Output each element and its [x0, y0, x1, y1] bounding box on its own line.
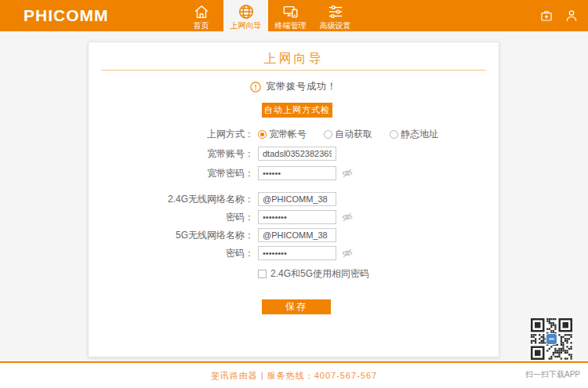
status-message: 宽带拨号成功！ [266, 80, 337, 93]
broadband-password-row: 宽带密码： [89, 166, 354, 180]
broadband-password-input[interactable] [258, 166, 336, 180]
home-icon [193, 3, 210, 20]
app-qr-block [531, 318, 572, 360]
user-icon[interactable] [564, 9, 579, 23]
wifi24-name-row: 2.4G无线网络名称： [89, 192, 336, 206]
nav-tab-home[interactable]: 首页 [179, 0, 223, 31]
radio-dhcp[interactable]: 自动获取 [324, 128, 372, 141]
wifi24-name-label: 2.4G无线网络名称： [89, 193, 258, 206]
qr-code [531, 318, 572, 360]
eye-off-icon[interactable] [341, 168, 354, 179]
radio-dot [258, 130, 267, 139]
wifi5-password-label: 密码： [89, 247, 258, 260]
eye-off-icon[interactable] [341, 212, 354, 223]
top-header: PHICOMM 首页 上网向导 [0, 0, 588, 31]
nav-tab-label: 终端管理 [275, 21, 307, 31]
header-actions [539, 0, 579, 31]
broadband-account-input[interactable] [258, 147, 336, 161]
nav-tab-wizard[interactable]: 上网向导 [223, 0, 268, 31]
mode-row: 上网方式： 宽带帐号 自动获取 静态地址 [89, 128, 456, 141]
wifi24-name-input[interactable] [258, 192, 336, 206]
wifi5-name-label: 5G无线网络名称： [89, 229, 258, 242]
account-label: 宽带账号： [89, 147, 258, 161]
nav-tab-settings[interactable]: 高级设置 [313, 0, 358, 31]
mode-radio-group: 宽带帐号 自动获取 静态地址 [258, 128, 456, 141]
nav-tab-label: 高级设置 [320, 21, 351, 31]
page-title: 上网向导 [89, 51, 499, 67]
nav-tab-label: 上网向导 [230, 21, 262, 31]
brand-logo: PHICOMM [24, 0, 109, 31]
router-admin-page: PHICOMM 首页 上网向导 [0, 0, 588, 388]
save-button[interactable]: 保存 [262, 299, 331, 314]
footer-divider [0, 361, 588, 363]
info-icon [250, 82, 261, 92]
title-divider [101, 70, 486, 71]
main-nav: 首页 上网向导 终端 [179, 0, 358, 31]
wifi5-password-input[interactable] [258, 246, 336, 260]
settings-icon [327, 3, 344, 20]
nav-tab-label: 首页 [194, 21, 209, 31]
radio-dot [324, 130, 332, 139]
radio-label: 自动获取 [335, 128, 372, 141]
mode-label: 上网方式： [89, 128, 258, 141]
wizard-card: 上网向导 宽带拨号成功！ 自动上网方式检查 上网方式： 宽带帐号 自动获取 [88, 42, 499, 357]
same-password-row: 2.4G和5G使用相同密码 [258, 267, 369, 281]
wifi5-name-input[interactable] [258, 228, 336, 242]
app-download-icon[interactable] [539, 9, 554, 23]
same-password-checkbox[interactable] [258, 270, 267, 278]
wifi5-password-row: 密码： [89, 246, 354, 260]
wifi24-password-input[interactable] [258, 210, 336, 224]
eye-off-icon[interactable] [341, 248, 354, 259]
globe-icon [238, 3, 255, 20]
radio-dot [390, 130, 398, 139]
wifi24-password-label: 密码： [89, 211, 258, 224]
footer-text: 斐讯路由器 | 服务热线：4007-567-567 [0, 370, 588, 382]
same-password-label: 2.4G和5G使用相同密码 [270, 267, 369, 281]
radio-static[interactable]: 静态地址 [390, 128, 438, 141]
radio-pppoe[interactable]: 宽带帐号 [258, 128, 307, 141]
wifi5-name-row: 5G无线网络名称： [89, 228, 336, 242]
qr-caption: 扫一扫下载APP [525, 369, 580, 380]
radio-label: 静态地址 [401, 128, 438, 141]
nav-tab-devices[interactable]: 终端管理 [268, 0, 313, 31]
account-row: 宽带账号： [89, 147, 336, 161]
broadband-password-label: 宽带密码： [89, 167, 258, 180]
status-row: 宽带拨号成功！ [89, 80, 499, 93]
radio-label: 宽带帐号 [269, 128, 307, 141]
auto-check-button[interactable]: 自动上网方式检查 [262, 103, 332, 118]
devices-icon [282, 3, 299, 20]
wifi24-password-row: 密码： [89, 210, 354, 224]
